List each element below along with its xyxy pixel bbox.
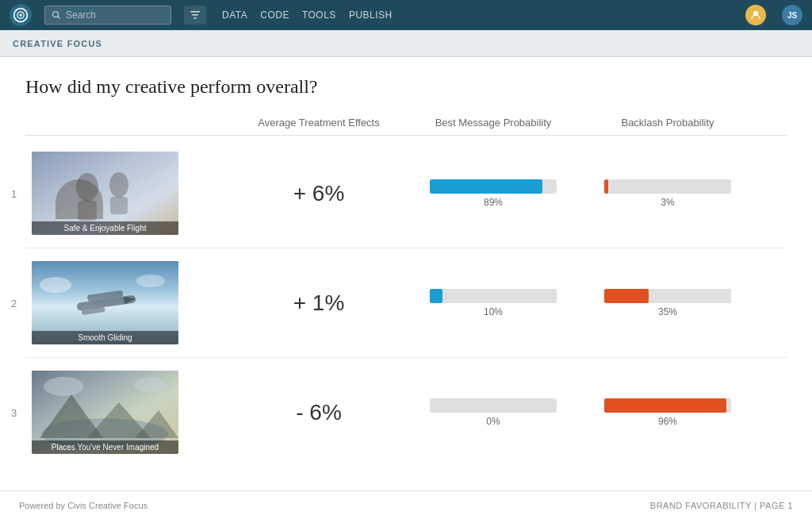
- best-bar-track-3: [430, 398, 557, 413]
- breadcrumb-bar: CREATIVE FOCUS: [0, 30, 812, 57]
- ate-value-3: - 6%: [232, 400, 406, 425]
- best-prob-cell-3: 0%: [406, 398, 580, 427]
- breadcrumb: CREATIVE FOCUS: [13, 39, 102, 48]
- thumbnail-places[interactable]: Places You've Never Imagined: [32, 371, 178, 454]
- best-bar-track-2: [430, 289, 557, 303]
- backlash-bar-label-3: 96%: [658, 416, 677, 427]
- backlash-prob-cell-2: 35%: [580, 289, 755, 317]
- thumbnail-cell-1: Safe & Enjoyable Flight: [25, 152, 232, 235]
- footer-right: BRAND FAVORABILITY | PAGE 1: [650, 501, 793, 510]
- page-title: How did my creative perform overall?: [25, 76, 787, 98]
- best-bar-track-1: [430, 179, 557, 194]
- row-number-1: 1: [11, 187, 17, 199]
- col-thumbnail: [25, 117, 232, 129]
- filter-icon: [190, 10, 201, 21]
- nav-code[interactable]: CODE: [260, 10, 289, 21]
- col-best-msg: Best Message Probability: [406, 117, 580, 129]
- col-ate: Average Treatment Effects: [232, 117, 406, 129]
- thumb-label-2: Smooth Gliding: [32, 331, 178, 344]
- svg-point-3: [53, 12, 59, 17]
- svg-rect-5: [190, 11, 200, 13]
- svg-point-10: [76, 173, 98, 202]
- row-number-3: 3: [11, 406, 17, 418]
- nav-tools[interactable]: TOOLS: [302, 10, 336, 21]
- svg-line-4: [58, 17, 60, 19]
- footer-left: Powered by Civis Creative Focus: [19, 501, 147, 510]
- logo[interactable]: [10, 4, 32, 26]
- table-row: 2: [25, 248, 787, 358]
- backlash-bar-fill-2: [604, 289, 649, 303]
- thumbnail-cell-2: Smooth Gliding: [25, 261, 232, 344]
- svg-point-19: [40, 277, 71, 293]
- best-bar-fill-2: [430, 289, 442, 303]
- top-nav: DATA CODE TOOLS PUBLISH JS: [0, 0, 812, 30]
- ate-value-2: + 1%: [232, 290, 406, 316]
- backlash-bar-label-2: 35%: [658, 306, 677, 317]
- search-icon: [52, 10, 61, 20]
- best-bar-label-1: 89%: [484, 197, 503, 208]
- svg-rect-11: [78, 201, 97, 221]
- backlash-prob-cell-3: 96%: [580, 398, 755, 427]
- svg-point-2: [19, 13, 21, 16]
- filter-icon-button[interactable]: [184, 6, 206, 25]
- best-bar-label-3: 0%: [486, 416, 500, 427]
- search-box[interactable]: [44, 6, 171, 25]
- backlash-bar-fill-1: [604, 179, 608, 194]
- best-prob-cell-2: 10%: [406, 289, 580, 317]
- thumb-label-3: Places You've Never Imagined: [32, 440, 178, 454]
- thumbnail-safe[interactable]: Safe & Enjoyable Flight: [32, 152, 178, 235]
- backlash-prob-cell-1: 3%: [580, 179, 755, 208]
- svg-point-26: [44, 377, 83, 396]
- thumbnail-cell-3: Places You've Never Imagined: [25, 371, 232, 454]
- table-row: 3: [25, 358, 787, 467]
- table-row: 1: [25, 139, 787, 248]
- svg-point-20: [136, 275, 165, 287]
- thumb-label-1: Safe & Enjoyable Flight: [32, 221, 178, 235]
- table-header: Average Treatment Effects Best Message P…: [25, 117, 787, 136]
- user-avatar[interactable]: JS: [782, 5, 802, 25]
- nav-publish[interactable]: PUBLISH: [349, 10, 393, 21]
- svg-point-12: [109, 172, 128, 198]
- best-bar-fill-1: [430, 179, 542, 194]
- svg-rect-6: [192, 14, 198, 16]
- svg-rect-7: [193, 17, 197, 19]
- backlash-bar-track-3: [604, 398, 731, 413]
- col-backlash: Backlash Probability: [580, 117, 755, 129]
- row-number-2: 2: [11, 297, 17, 309]
- nav-links: DATA CODE TOOLS PUBLISH: [222, 10, 393, 21]
- nav-data[interactable]: DATA: [222, 10, 247, 21]
- avatar-notification[interactable]: [745, 5, 766, 25]
- backlash-bar-label-1: 3%: [661, 197, 674, 208]
- svg-point-27: [135, 377, 167, 393]
- search-input[interactable]: [66, 10, 161, 21]
- ate-value-1: + 6%: [232, 181, 406, 206]
- svg-rect-13: [110, 197, 128, 214]
- best-prob-cell-1: 89%: [406, 179, 580, 208]
- backlash-bar-track-2: [604, 289, 731, 303]
- main-content: How did my creative perform overall? Ave…: [0, 57, 812, 490]
- best-bar-label-2: 10%: [484, 306, 503, 317]
- backlash-bar-fill-3: [604, 398, 726, 413]
- footer: Powered by Civis Creative Focus BRAND FA…: [0, 490, 812, 519]
- thumbnail-glide[interactable]: Smooth Gliding: [32, 261, 178, 344]
- backlash-bar-track-1: [604, 179, 731, 194]
